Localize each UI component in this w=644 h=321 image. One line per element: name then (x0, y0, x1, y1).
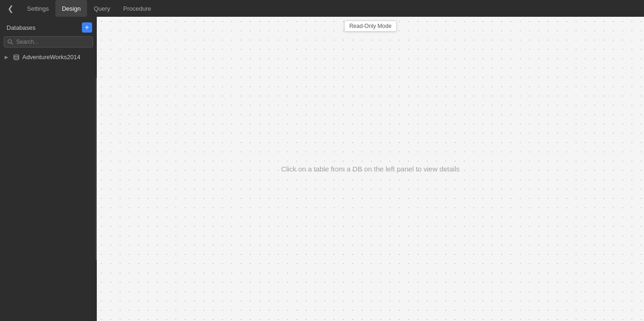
chevron-right-icon: ▶ (5, 55, 10, 60)
main-area: Databases + ▶ AdventureWorks2014 (0, 17, 644, 321)
search-icon (7, 39, 13, 45)
tab-query[interactable]: Query (87, 0, 116, 17)
content-panel: Read-Only Mode Click on a table from a D… (97, 17, 644, 321)
empty-state-message: Click on a table from a DB on the left p… (281, 165, 460, 173)
add-database-button[interactable]: + (82, 22, 92, 33)
collapse-sidebar-button[interactable]: ❮ (4, 2, 17, 15)
collapse-icon: ❮ (7, 4, 13, 13)
search-input[interactable] (4, 36, 93, 48)
sidebar: Databases + ▶ AdventureWorks2014 (0, 17, 97, 321)
sidebar-header: Databases + (0, 20, 97, 36)
tab-settings[interactable]: Settings (20, 0, 55, 17)
tab-procedure[interactable]: Procedure (117, 0, 158, 17)
svg-point-2 (14, 55, 19, 56)
readonly-badge: Read-Only Mode (344, 20, 397, 32)
svg-line-1 (11, 43, 13, 44)
database-icon (13, 54, 20, 61)
sidebar-title: Databases (7, 24, 35, 31)
db-item-label: AdventureWorks2014 (22, 54, 80, 61)
list-item[interactable]: ▶ AdventureWorks2014 (0, 51, 97, 63)
top-nav: ❮ Settings Design Query Procedure (0, 0, 644, 17)
search-box (4, 36, 93, 48)
tab-design[interactable]: Design (55, 0, 87, 17)
